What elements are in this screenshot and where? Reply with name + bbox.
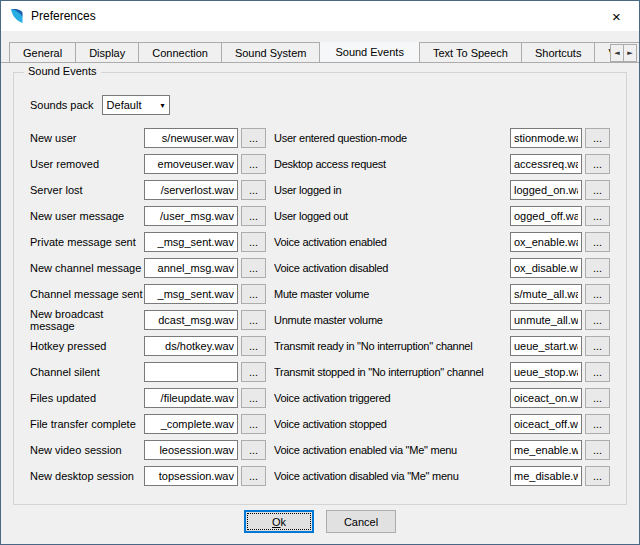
sound-event-label: Transmit stopped in "No interruption" ch… — [274, 366, 510, 378]
sound-file-input[interactable] — [144, 154, 238, 174]
browse-button[interactable]: ... — [585, 154, 610, 174]
sound-file-input[interactable] — [510, 336, 582, 356]
sound-file-input[interactable] — [144, 258, 238, 278]
window-title: Preferences — [31, 9, 96, 23]
cancel-button[interactable]: Cancel — [326, 510, 396, 533]
browse-button[interactable]: ... — [585, 206, 610, 226]
sound-event-label: Transmit ready in "No interruption" chan… — [274, 340, 510, 352]
sound-file-input[interactable] — [144, 362, 238, 382]
tab-sound-events[interactable]: Sound Events — [319, 42, 420, 62]
sound-event-row: Hotkey pressed... — [30, 336, 274, 356]
browse-button[interactable]: ... — [241, 362, 266, 382]
browse-button[interactable]: ... — [241, 206, 266, 226]
sound-file-input[interactable] — [510, 414, 582, 434]
sound-event-row: User logged in... — [274, 180, 610, 200]
sound-event-label: User logged out — [274, 210, 510, 222]
browse-button[interactable]: ... — [585, 388, 610, 408]
browse-button[interactable]: ... — [241, 258, 266, 278]
tab-sound-system[interactable]: Sound System — [221, 42, 321, 62]
sound-file-input[interactable] — [144, 388, 238, 408]
sound-event-label: Voice activation disabled via "Me" menu — [274, 470, 510, 482]
browse-button[interactable]: ... — [585, 180, 610, 200]
browse-button[interactable]: ... — [585, 284, 610, 304]
sound-file-input[interactable] — [510, 440, 582, 460]
sound-event-label: Hotkey pressed — [30, 340, 144, 352]
browse-button[interactable]: ... — [241, 440, 266, 460]
sound-event-row: New user... — [30, 128, 274, 148]
sound-file-input[interactable] — [510, 466, 582, 486]
browse-button[interactable]: ... — [585, 336, 610, 356]
sound-file-input[interactable] — [510, 180, 582, 200]
preferences-dialog: Preferences × GeneralDisplayConnectionSo… — [0, 0, 640, 545]
tab-bar: GeneralDisplayConnectionSound SystemSoun… — [9, 42, 639, 62]
tab-shortcuts[interactable]: Shortcuts — [521, 42, 595, 62]
sound-events-left-column: New user...User removed...Server lost...… — [30, 128, 274, 492]
sound-event-row: New broadcast message... — [30, 310, 274, 330]
browse-button[interactable]: ... — [585, 466, 610, 486]
sound-event-row: New video session... — [30, 440, 274, 460]
sound-file-input[interactable] — [144, 336, 238, 356]
browse-button[interactable]: ... — [241, 466, 266, 486]
sound-event-label: Voice activation enabled — [274, 236, 510, 248]
sound-file-input[interactable] — [144, 310, 238, 330]
sound-file-input[interactable] — [510, 232, 582, 252]
sound-event-label: Voice activation stopped — [274, 418, 510, 430]
sound-file-input[interactable] — [144, 466, 238, 486]
sound-events-right-column: User entered question-mode...Desktop acc… — [274, 128, 610, 492]
tab-general[interactable]: General — [9, 42, 76, 62]
browse-button[interactable]: ... — [585, 440, 610, 460]
browse-button[interactable]: ... — [585, 414, 610, 434]
tab-scroll-left-button[interactable]: ◄ — [610, 44, 624, 62]
browse-button[interactable]: ... — [241, 388, 266, 408]
browse-button[interactable]: ... — [241, 414, 266, 434]
sound-file-input[interactable] — [510, 154, 582, 174]
sound-event-row: New desktop session... — [30, 466, 274, 486]
close-button[interactable]: × — [594, 1, 639, 31]
tab-display[interactable]: Display — [75, 42, 139, 62]
tab-text-to-speech[interactable]: Text To Speech — [419, 42, 522, 62]
sound-event-label: Desktop access request — [274, 158, 510, 170]
browse-button[interactable]: ... — [585, 232, 610, 252]
tab-page-sound-events: Sound Events Sounds pack Default ▾ New u… — [1, 62, 639, 544]
tab-scroll-right-button[interactable]: ► — [623, 44, 637, 62]
sound-file-input[interactable] — [510, 128, 582, 148]
arrow-right-icon: ► — [627, 49, 632, 57]
sound-event-label: Channel message sent — [30, 288, 144, 300]
footer: Ok Cancel — [1, 510, 639, 533]
sound-file-input[interactable] — [510, 310, 582, 330]
sound-event-label: New user message — [30, 210, 144, 222]
sound-file-input[interactable] — [144, 180, 238, 200]
browse-button[interactable]: ... — [241, 336, 266, 356]
sounds-pack-select[interactable]: Default ▾ — [102, 95, 170, 115]
sound-event-label: Private message sent — [30, 236, 144, 248]
ok-button[interactable]: Ok — [244, 510, 314, 533]
sound-event-row: File transfer complete... — [30, 414, 274, 434]
sound-event-row: Channel message sent... — [30, 284, 274, 304]
sound-file-input[interactable] — [144, 232, 238, 252]
browse-button[interactable]: ... — [241, 310, 266, 330]
sound-event-row: User removed... — [30, 154, 274, 174]
sound-file-input[interactable] — [144, 284, 238, 304]
browse-button[interactable]: ... — [241, 154, 266, 174]
browse-button[interactable]: ... — [241, 180, 266, 200]
sound-file-input[interactable] — [144, 206, 238, 226]
sound-file-input[interactable] — [144, 128, 238, 148]
tab-connection[interactable]: Connection — [138, 42, 222, 62]
browse-button[interactable]: ... — [241, 232, 266, 252]
sound-event-row: Desktop access request... — [274, 154, 610, 174]
sound-file-input[interactable] — [510, 362, 582, 382]
sound-file-input[interactable] — [510, 284, 582, 304]
sound-file-input[interactable] — [144, 440, 238, 460]
browse-button[interactable]: ... — [585, 362, 610, 382]
sound-file-input[interactable] — [144, 414, 238, 434]
sound-file-input[interactable] — [510, 206, 582, 226]
sound-file-input[interactable] — [510, 258, 582, 278]
browse-button[interactable]: ... — [585, 258, 610, 278]
browse-button[interactable]: ... — [241, 128, 266, 148]
browse-button[interactable]: ... — [585, 128, 610, 148]
sound-event-label: Channel silent — [30, 366, 144, 378]
sound-file-input[interactable] — [510, 388, 582, 408]
browse-button[interactable]: ... — [585, 310, 610, 330]
sound-event-row: Voice activation disabled... — [274, 258, 610, 278]
browse-button[interactable]: ... — [241, 284, 266, 304]
